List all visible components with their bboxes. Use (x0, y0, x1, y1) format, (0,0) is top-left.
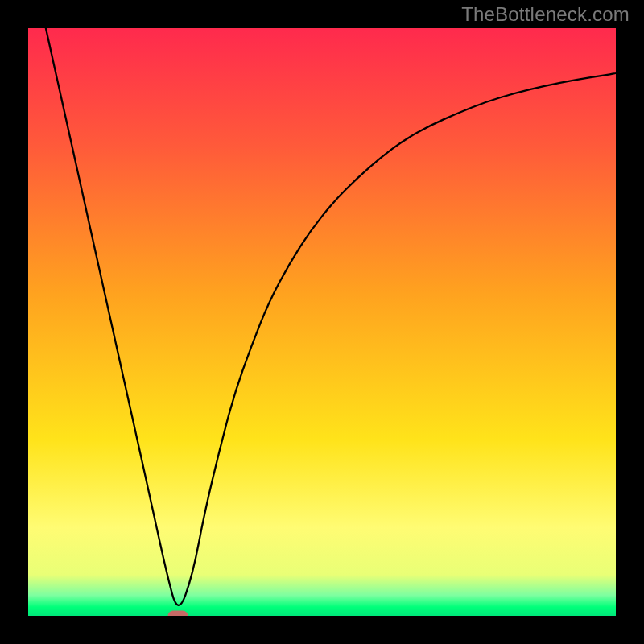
chart-frame: TheBottleneck.com (0, 0, 644, 644)
bottleneck-curve (28, 28, 616, 616)
plot-area (28, 28, 616, 616)
watermark-text: TheBottleneck.com (461, 3, 630, 26)
bottleneck-marker (168, 611, 188, 617)
